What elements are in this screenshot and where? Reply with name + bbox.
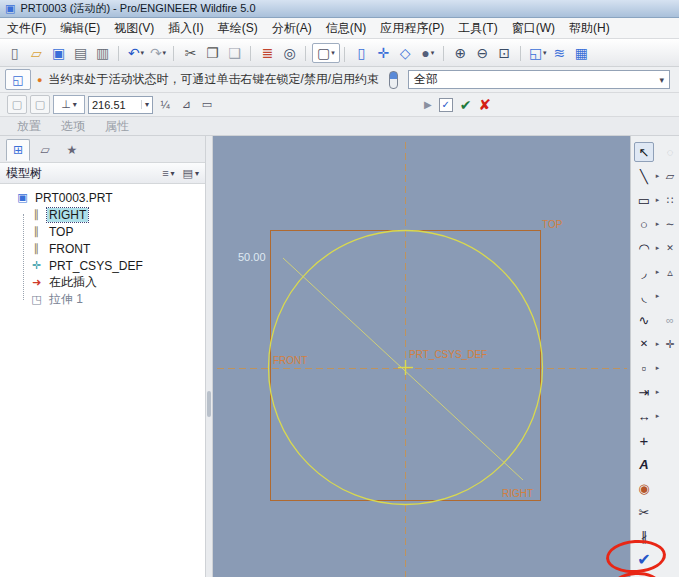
cancel-button[interactable]: ✘ xyxy=(478,96,491,114)
menu-item[interactable]: 插入(I) xyxy=(161,18,210,39)
flyout-arrow-icon[interactable]: ▸ xyxy=(654,412,661,420)
paste-button[interactable]: ❑ xyxy=(224,42,246,64)
cut-button[interactable]: ✂ xyxy=(180,42,202,64)
shaded-view-button[interactable]: ●▾ xyxy=(417,42,439,64)
zoom-out-button[interactable]: ⊖ xyxy=(472,42,494,64)
menu-item[interactable]: 工具(T) xyxy=(451,18,504,39)
flyout-arrow-icon[interactable]: ▸ xyxy=(654,220,661,228)
menu-item[interactable]: 应用程序(P) xyxy=(373,18,451,39)
csys-marker[interactable] xyxy=(398,360,413,375)
menu-item[interactable]: 草绘(S) xyxy=(211,18,265,39)
angle-button[interactable]: ⊿ xyxy=(177,96,195,114)
dashboard-tab[interactable]: 放置 xyxy=(8,118,50,135)
tree-item-top[interactable]: ∥ TOP xyxy=(0,223,205,240)
rectangle-tool[interactable]: ▭ xyxy=(634,190,654,210)
tree-item-front[interactable]: ∥ FRONT xyxy=(0,240,205,257)
use-edge-tool[interactable]: ⇥ xyxy=(634,382,654,402)
dashboard-tab[interactable]: 选项 xyxy=(52,118,94,135)
weak-dim-toggle[interactable]: ▢ xyxy=(7,95,27,114)
copy-button[interactable]: ❐ xyxy=(202,42,224,64)
selection-scope-combo[interactable]: 全部 ▾ xyxy=(408,70,670,89)
undo-button[interactable]: ↶▾ xyxy=(125,42,147,64)
ratio-button[interactable]: ¼ xyxy=(156,96,174,114)
coordinate-system-tool[interactable]: ✛ xyxy=(661,335,679,353)
menu-item[interactable]: 帮助(H) xyxy=(562,18,617,39)
refit-button[interactable]: ⊡ xyxy=(494,42,516,64)
menu-item[interactable]: 编辑(E) xyxy=(53,18,107,39)
flyout-arrow-icon[interactable]: ▸ xyxy=(654,388,661,396)
print-preview-button[interactable]: ▥ xyxy=(92,42,114,64)
point-tool[interactable]: ✕ xyxy=(634,334,654,354)
dimension-text[interactable]: 50.00 xyxy=(238,251,266,263)
link-tool[interactable]: ∞ xyxy=(661,311,679,329)
menu-item[interactable]: 窗口(W) xyxy=(505,18,562,39)
palette-tool[interactable]: ◉ xyxy=(634,478,654,498)
modify-tool[interactable]: + xyxy=(634,430,654,450)
tree-display-button[interactable]: ▤ ▾ xyxy=(183,167,199,180)
layers-button[interactable]: ≋ xyxy=(549,42,571,64)
zoom-in-button[interactable]: ⊕ xyxy=(450,42,472,64)
repaint-button[interactable]: ▯ xyxy=(351,42,373,64)
round-dim-toggle[interactable]: ▢ xyxy=(30,95,50,114)
flyout-arrow-icon[interactable]: ▸ xyxy=(654,172,661,180)
title-bar[interactable]: ▣ PRT0003 (活动的) - Pro/ENGINEER Wildfire … xyxy=(0,0,679,18)
select-alt-tool[interactable]: ◌ xyxy=(661,143,679,161)
view-manager-button[interactable]: ▦ xyxy=(571,42,593,64)
menu-item[interactable]: 信息(N) xyxy=(319,18,374,39)
find-button[interactable]: ◎ xyxy=(279,42,301,64)
tree-settings-button[interactable]: ≡ ▾ xyxy=(162,167,174,180)
orientation-combo[interactable]: ⊥ ▾ xyxy=(53,95,85,114)
chamfer-corner-tool[interactable]: ▵ xyxy=(661,263,679,281)
spline-tool[interactable]: ∿ xyxy=(634,310,654,330)
accept-button[interactable]: ✔ xyxy=(460,97,472,113)
line-tool[interactable]: ╲ xyxy=(634,166,654,186)
menu-item[interactable]: 视图(V) xyxy=(107,18,161,39)
flyout-arrow-icon[interactable]: ▸ xyxy=(654,364,661,372)
flyout-arrow-icon[interactable]: ▸ xyxy=(654,340,661,348)
verify-checkbox[interactable]: ✓ xyxy=(439,98,453,112)
fillet-tool[interactable]: ◞ xyxy=(634,262,654,282)
sketch-panel-button[interactable]: ◱ xyxy=(5,69,31,90)
arc-tool[interactable]: ◠ xyxy=(634,238,654,258)
centerline-tool[interactable]: ▱ xyxy=(661,167,679,185)
tab-folder-browser[interactable]: ▱ xyxy=(33,139,57,161)
dashboard-tab[interactable]: 属性 xyxy=(96,118,138,135)
ellipse-tool[interactable]: ∼ xyxy=(661,215,679,233)
flyout-arrow-icon[interactable]: ▸ xyxy=(654,268,661,276)
construction-points-tool[interactable]: ∷ xyxy=(661,191,679,209)
tree-item-insert-here[interactable]: ➜ 在此插入 xyxy=(0,274,205,291)
tab-model-tree[interactable]: ⊞ xyxy=(6,139,30,161)
trim-tool[interactable]: ✂ xyxy=(634,502,654,522)
sketch-canvas[interactable]: TOP FRONT RIGHT PRT_CSYS_DEF 50.00 xyxy=(213,136,630,577)
spin-center-button[interactable]: ✛ xyxy=(373,42,395,64)
chamfer-tool[interactable]: ◟ xyxy=(634,286,654,306)
tab-favorites[interactable]: ★ xyxy=(60,139,84,161)
graphics-area[interactable]: TOP FRONT RIGHT PRT_CSYS_DEF 50.00 xyxy=(213,136,630,577)
menu-item[interactable]: 文件(F) xyxy=(0,18,53,39)
done-button[interactable]: ✔ xyxy=(634,550,654,570)
select-tool[interactable]: ↖ xyxy=(634,142,654,162)
dimension-value-input[interactable] xyxy=(89,99,141,111)
regenerate-button[interactable]: ≣ xyxy=(257,42,279,64)
region-button[interactable]: ▭ xyxy=(198,96,216,114)
circle-tool[interactable]: ○ xyxy=(634,214,654,234)
flyout-arrow-icon[interactable]: ▸ xyxy=(654,244,661,252)
tree-item-part[interactable]: ▣ PRT0003.PRT xyxy=(0,189,205,206)
resume-button[interactable]: ▶ xyxy=(424,99,432,110)
point-marker-tool[interactable]: ✕ xyxy=(661,239,679,257)
open-file-button[interactable]: ▱ xyxy=(26,42,48,64)
saved-views-button[interactable]: ◱▾ xyxy=(527,42,549,64)
print-button[interactable]: ▤ xyxy=(70,42,92,64)
save-button[interactable]: ▣ xyxy=(48,42,70,64)
redo-button[interactable]: ↷▾ xyxy=(147,42,169,64)
divide-tool[interactable]: ∦ xyxy=(634,526,654,546)
menu-item[interactable]: 分析(A) xyxy=(265,18,319,39)
tree-item-extrude[interactable]: ◳ 拉伸 1 xyxy=(0,291,205,308)
orient-mode-button[interactable]: ◇ xyxy=(395,42,417,64)
flyout-arrow-icon[interactable]: ▸ xyxy=(654,196,661,204)
new-file-button[interactable]: ▯ xyxy=(4,42,26,64)
flyout-arrow-icon[interactable]: ▸ xyxy=(654,292,661,300)
chevron-down-icon[interactable]: ▾ xyxy=(141,100,152,109)
navigator-splitter[interactable] xyxy=(205,136,213,577)
tree-item-csys[interactable]: ✛ PRT_CSYS_DEF xyxy=(0,257,205,274)
